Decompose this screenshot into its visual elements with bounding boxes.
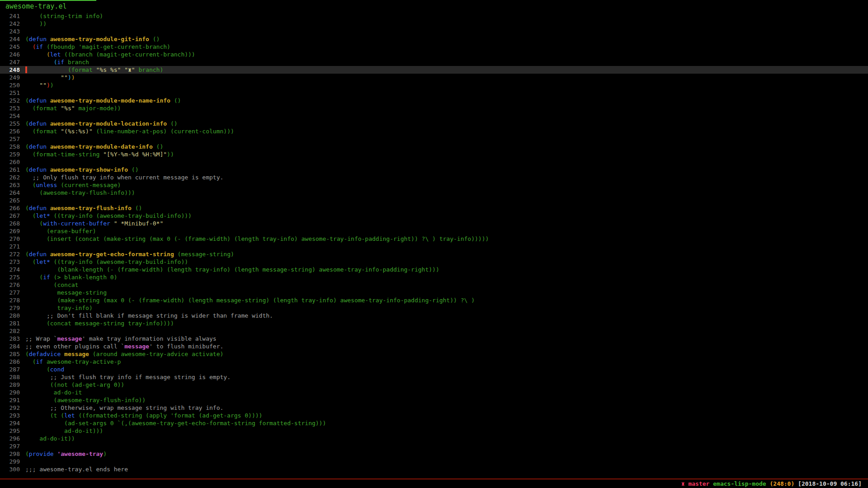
code-line[interactable]: 286 (if awesome-tray-active-p bbox=[0, 358, 868, 366]
code-line[interactable]: 242 )) bbox=[0, 20, 868, 28]
code-line[interactable]: 279 tray-info) bbox=[0, 304, 868, 312]
code-line[interactable]: 269 (erase-buffer) bbox=[0, 227, 868, 235]
code-line[interactable]: 287 (cond bbox=[0, 366, 868, 373]
code-line[interactable]: 275 (if (> blank-length 0) bbox=[0, 273, 868, 281]
code-text bbox=[20, 328, 25, 334]
code-line[interactable]: 271 bbox=[0, 243, 868, 250]
code-line[interactable]: 266(defun awesome-tray-flush-info () bbox=[0, 204, 868, 212]
code-line[interactable]: 268 (with-current-buffer " *Minibuf-0*" bbox=[0, 220, 868, 227]
code-line[interactable]: 281 (concat message-string tray-info)))) bbox=[0, 319, 868, 327]
code-text: ad-do-it))) bbox=[20, 427, 103, 434]
code-text: (erase-buffer) bbox=[20, 228, 96, 235]
code-line[interactable]: 255(defun awesome-tray-module-location-i… bbox=[0, 120, 868, 127]
code-line[interactable]: 300;;; awesome-tray.el ends here bbox=[0, 465, 868, 473]
code-line[interactable]: 244(defun awesome-tray-module-git-info (… bbox=[0, 35, 868, 43]
code-line[interactable]: 258(defun awesome-tray-module-date-info … bbox=[0, 143, 868, 150]
code-text bbox=[20, 458, 25, 465]
line-number: 258 bbox=[0, 143, 20, 150]
code-line[interactable]: 298(provide 'awesome-tray) bbox=[0, 450, 868, 458]
line-number: 280 bbox=[0, 312, 20, 319]
line-number: 299 bbox=[0, 458, 20, 465]
code-text: ;; Otherwise, wrap message string with t… bbox=[20, 404, 223, 411]
code-line[interactable]: 270 (insert (concat (make-string (max 0 … bbox=[0, 235, 868, 243]
code-text bbox=[20, 197, 25, 204]
line-number: 254 bbox=[0, 112, 20, 120]
line-number: 271 bbox=[0, 243, 20, 250]
code-text: (defun awesome-tray-module-mode-name-inf… bbox=[20, 97, 181, 104]
code-text: ;; Just flush tray info if message strin… bbox=[20, 374, 231, 380]
clock: [2018-10-09 06:16] bbox=[798, 480, 862, 487]
line-number: 282 bbox=[0, 327, 20, 335]
code-line[interactable]: 296 ad-do-it)) bbox=[0, 435, 868, 442]
code-line[interactable]: 265 bbox=[0, 197, 868, 204]
code-line[interactable]: 261(defun awesome-tray-show-info () bbox=[0, 166, 868, 174]
code-line[interactable]: 264 (awesome-tray-flush-info))) bbox=[0, 189, 868, 197]
code-line[interactable]: 295 ad-do-it))) bbox=[0, 427, 868, 435]
code-line[interactable]: 262 ;; Only flush tray info when current… bbox=[0, 174, 868, 181]
code-line[interactable]: 299 bbox=[0, 458, 868, 465]
code-line[interactable]: 288 ;; Just flush tray info if message s… bbox=[0, 373, 868, 381]
code-line[interactable]: 252(defun awesome-tray-module-mode-name-… bbox=[0, 97, 868, 104]
code-line[interactable]: 291 (awesome-tray-flush-info)) bbox=[0, 396, 868, 404]
code-line[interactable]: 293 (t (let ((formatted-string (apply 'f… bbox=[0, 412, 868, 419]
code-line[interactable]: 292 ;; Otherwise, wrap message string wi… bbox=[0, 404, 868, 412]
code-line[interactable]: 284;; even other plugins call `message' … bbox=[0, 343, 868, 350]
line-number: 248 bbox=[0, 66, 20, 74]
line-number: 249 bbox=[0, 74, 20, 81]
code-line[interactable]: 280 ;; Don't fill blank if message strin… bbox=[0, 312, 868, 319]
line-number: 272 bbox=[0, 250, 20, 258]
code-text: "")) bbox=[20, 82, 54, 89]
code-line[interactable]: 294 (ad-set-args 0 `(,(awesome-tray-get-… bbox=[0, 419, 868, 427]
code-line[interactable]: 273 (let* ((tray-info (awesome-tray-buil… bbox=[0, 258, 868, 266]
code-line[interactable]: 260 bbox=[0, 158, 868, 166]
code-text: (with-current-buffer " *Minibuf-0*" bbox=[20, 220, 163, 227]
code-line[interactable]: 251 bbox=[0, 89, 868, 97]
line-number: 255 bbox=[0, 120, 20, 127]
line-number: 298 bbox=[0, 450, 20, 458]
code-line[interactable]: 276 (concat bbox=[0, 281, 868, 289]
code-line[interactable]: 263 (unless (current-message) bbox=[0, 181, 868, 189]
line-number: 262 bbox=[0, 174, 20, 181]
code-line[interactable]: 246 (let ((branch (magit-get-current-bra… bbox=[0, 51, 868, 58]
code-line[interactable]: 249 "")) bbox=[0, 74, 868, 81]
buffer-tab[interactable]: awesome-tray.el bbox=[0, 0, 96, 10]
line-number: 294 bbox=[0, 419, 20, 427]
code-area[interactable]: 241 (string-trim info)242 ))243244(defun… bbox=[0, 12, 868, 473]
code-line[interactable]: 278 (make-string (max 0 (- (frame-width)… bbox=[0, 296, 868, 304]
code-text: (defun awesome-tray-show-info () bbox=[20, 166, 138, 173]
code-line[interactable]: 254 bbox=[0, 112, 868, 120]
code-text: (awesome-tray-flush-info)) bbox=[20, 397, 146, 404]
code-line[interactable]: 267 (let* ((tray-info (awesome-tray-buil… bbox=[0, 212, 868, 220]
line-number: 295 bbox=[0, 427, 20, 435]
code-text: (defun awesome-tray-flush-info () bbox=[20, 205, 142, 211]
code-line[interactable]: 245 (if (fboundp 'magit-get-current-bran… bbox=[0, 43, 868, 51]
code-line[interactable]: 253 (format "%s" major-mode)) bbox=[0, 104, 868, 112]
code-line[interactable]: 243 bbox=[0, 28, 868, 35]
code-line[interactable]: 274 (blank-length (- (frame-width) (leng… bbox=[0, 266, 868, 273]
line-number: 257 bbox=[0, 135, 20, 143]
code-text: (string-trim info) bbox=[20, 13, 103, 19]
code-line[interactable]: 250 "")) bbox=[0, 81, 868, 89]
emacs-frame: awesome-tray.el 241 (string-trim info)24… bbox=[0, 0, 868, 488]
code-line[interactable]: 256 (format "(%s:%s)" (line-number-at-po… bbox=[0, 127, 868, 135]
code-line[interactable]: 290 ad-do-it bbox=[0, 389, 868, 396]
code-line[interactable]: 241 (string-trim info) bbox=[0, 12, 868, 20]
code-line[interactable]: 283;; Wrap `message' make tray informati… bbox=[0, 335, 868, 343]
code-line[interactable]: 285(defadvice message (around awesome-tr… bbox=[0, 350, 868, 358]
code-line[interactable]: 282 bbox=[0, 327, 868, 335]
code-line[interactable]: 248 (format "%s %s" "♜" branch) bbox=[0, 66, 868, 74]
code-line[interactable]: 277 message-string bbox=[0, 289, 868, 296]
code-text: (if (fboundp 'magit-get-current-branch) bbox=[20, 43, 170, 50]
line-number: 274 bbox=[0, 266, 20, 273]
code-line[interactable]: 257 bbox=[0, 135, 868, 143]
line-number: 242 bbox=[0, 20, 20, 28]
line-number: 285 bbox=[0, 350, 20, 358]
code-line[interactable]: 259 (format-time-string "[%Y-%m-%d %H:%M… bbox=[0, 150, 868, 158]
code-text: ((not (ad-get-arg 0)) bbox=[20, 381, 124, 388]
code-text: ;;; awesome-tray.el ends here bbox=[20, 466, 128, 473]
code-line[interactable]: 289 ((not (ad-get-arg 0)) bbox=[0, 381, 868, 389]
code-line[interactable]: 247 (if branch bbox=[0, 58, 868, 66]
code-line[interactable]: 272(defun awesome-tray-get-echo-format-s… bbox=[0, 250, 868, 258]
code-line[interactable]: 297 bbox=[0, 442, 868, 450]
cursor-position: (248:0) bbox=[769, 480, 798, 487]
